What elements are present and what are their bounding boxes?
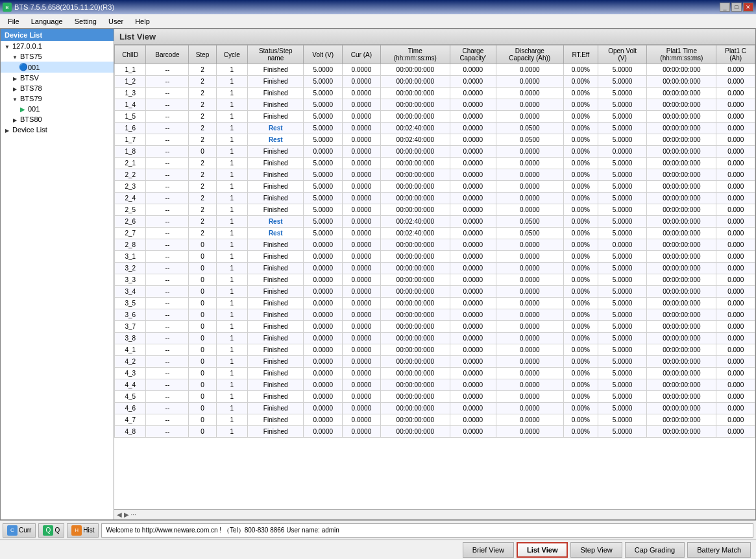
sidebar-item-ip[interactable]: 127.0.0.1 xyxy=(1,41,114,51)
table-cell: 5.0000 xyxy=(598,64,646,76)
maximize-button[interactable]: □ xyxy=(731,3,742,12)
table-row[interactable]: 1_1--21Finished5.00000.000000:00:00:0000… xyxy=(115,64,755,76)
sidebar-item-001-bts75[interactable]: 🔵 001 xyxy=(1,62,114,73)
table-cell: 0 xyxy=(189,321,216,333)
sidebar-item-bts80[interactable]: BTS80 xyxy=(1,114,114,125)
table-row[interactable]: 3_7--01Finished0.00000.000000:00:00:0000… xyxy=(115,321,755,333)
table-row[interactable]: 4_6--01Finished0.00000.000000:00:00:0000… xyxy=(115,403,755,414)
table-row[interactable]: 3_6--01Finished0.00000.000000:00:00:0000… xyxy=(115,309,755,321)
table-row[interactable]: 1_7--21Rest5.00000.000000:02:40:0000.000… xyxy=(115,134,755,146)
table-cell: 0.00% xyxy=(563,204,598,216)
close-button[interactable]: ✕ xyxy=(743,3,753,12)
table-cell: 0.0000 xyxy=(343,344,381,356)
table-cell: 0.0000 xyxy=(496,158,563,169)
cap-grading-button[interactable]: Cap Grading xyxy=(625,542,685,558)
curr-button[interactable]: C Curr xyxy=(3,523,36,538)
table-row[interactable]: 2_1--21Finished5.00000.000000:00:00:0000… xyxy=(115,158,755,169)
table-cell: 0.0000 xyxy=(450,391,496,403)
sidebar-item-device-list[interactable]: Device List xyxy=(1,125,114,135)
table-row[interactable]: 2_5--21Finished5.00000.000000:00:00:0000… xyxy=(115,204,755,216)
table-row[interactable]: 2_7--21Rest5.00000.000000:02:40:0000.000… xyxy=(115,228,755,239)
table-cell: -- xyxy=(146,111,189,123)
table-cell: 1 xyxy=(216,414,247,426)
sidebar-item-bts78[interactable]: BTS78 xyxy=(1,83,114,93)
table-row[interactable]: 1_5--21Finished5.00000.000000:00:00:0000… xyxy=(115,111,755,123)
table-cell: 0.0000 xyxy=(450,333,496,344)
table-row[interactable]: 1_6--21Rest5.00000.000000:02:40:0000.000… xyxy=(115,123,755,134)
table-cell: 1_6 xyxy=(115,123,146,134)
sidebar-item-bts79[interactable]: BTS79 xyxy=(1,93,114,104)
q-button[interactable]: Q Q xyxy=(38,523,64,538)
menu-file[interactable]: File xyxy=(3,16,25,27)
sidebar-item-btsv[interactable]: BTSV xyxy=(1,73,114,83)
table-cell: 4_8 xyxy=(115,426,146,438)
table-row[interactable]: 4_8--01Finished0.00000.000000:00:00:0000… xyxy=(115,426,755,438)
table-row[interactable]: 1_2--21Finished5.00000.000000:00:00:0000… xyxy=(115,76,755,88)
table-cell: 0.0000 xyxy=(304,333,343,344)
menu-language[interactable]: Language xyxy=(26,16,68,27)
table-container[interactable]: ChlID Barcode Step Cycle Status/Stepname… xyxy=(114,45,755,509)
table-row[interactable]: 1_4--21Finished5.00000.000000:00:00:0000… xyxy=(115,99,755,111)
table-cell: 0.0000 xyxy=(496,403,563,414)
table-cell: 1_8 xyxy=(115,146,146,158)
table-row[interactable]: 3_8--01Finished0.00000.000000:00:00:0000… xyxy=(115,333,755,344)
table-cell: 0.0000 xyxy=(496,204,563,216)
table-row[interactable]: 2_4--21Finished5.00000.000000:00:00:0000… xyxy=(115,193,755,204)
table-row[interactable]: 1_8--01Finished0.00000.000000:00:00:0000… xyxy=(115,146,755,158)
brief-view-button[interactable]: Brief View xyxy=(463,542,514,558)
table-cell: 0.0000 xyxy=(343,158,381,169)
table-row[interactable]: 2_6--21Rest5.00000.000000:02:40:0000.000… xyxy=(115,216,755,228)
table-cell: 0.0000 xyxy=(450,379,496,391)
table-row[interactable]: 4_1--01Finished0.00000.000000:00:00:0000… xyxy=(115,344,755,356)
table-row[interactable]: 3_2--01Finished0.00000.000000:00:00:0000… xyxy=(115,263,755,274)
table-cell: 0.0000 xyxy=(343,414,381,426)
menu-help[interactable]: Help xyxy=(130,16,155,27)
table-row[interactable]: 3_5--01Finished0.00000.000000:00:00:0000… xyxy=(115,298,755,309)
table-cell: Finished xyxy=(247,321,304,333)
table-cell: -- xyxy=(146,403,189,414)
table-cell: 2_3 xyxy=(115,181,146,193)
001-bts79-label: 001 xyxy=(28,105,40,113)
table-cell: 0 xyxy=(189,309,216,321)
table-row[interactable]: 4_7--01Finished0.00000.000000:00:00:0000… xyxy=(115,414,755,426)
table-cell: 0.0000 xyxy=(450,99,496,111)
table-cell: Finished xyxy=(247,391,304,403)
table-row[interactable]: 3_3--01Finished0.00000.000000:00:00:0000… xyxy=(115,274,755,286)
menu-user[interactable]: User xyxy=(103,16,128,27)
table-cell: 0.000 xyxy=(716,134,755,146)
table-row[interactable]: 4_4--01Finished0.00000.000000:00:00:0000… xyxy=(115,379,755,391)
table-cell: 1 xyxy=(216,111,247,123)
table-row[interactable]: 2_3--21Finished5.00000.000000:00:00:0000… xyxy=(115,181,755,193)
col-discharge-cap: DischargeCapacity (Ah)) xyxy=(496,45,563,64)
step-view-button[interactable]: Step View xyxy=(570,542,622,558)
sidebar-item-001-bts79[interactable]: ▶ 001 xyxy=(1,104,114,114)
table-row[interactable]: 4_3--01Finished0.00000.000000:00:00:0000… xyxy=(115,368,755,379)
table-row[interactable]: 4_2--01Finished0.00000.000000:00:00:0000… xyxy=(115,356,755,368)
hist-button[interactable]: H Hist xyxy=(67,523,99,538)
bts75-label: BTS75 xyxy=(20,53,42,60)
table-row[interactable]: 4_5--01Finished0.00000.000000:00:00:0000… xyxy=(115,391,755,403)
minimize-button[interactable]: _ xyxy=(720,3,730,12)
col-open-volt: Open Volt(V) xyxy=(598,45,646,64)
table-row[interactable]: 2_2--21Finished5.00000.000000:00:00:0000… xyxy=(115,169,755,181)
hscroll-area[interactable]: ◀ ▶ ··· xyxy=(114,509,755,519)
sidebar-item-bts75[interactable]: BTS75 xyxy=(1,51,114,62)
table-row[interactable]: 1_3--21Finished5.00000.000000:00:00:0000… xyxy=(115,88,755,99)
table-row[interactable]: 2_8--01Finished0.00000.000000:00:00:0000… xyxy=(115,239,755,251)
table-row[interactable]: 3_4--01Finished0.00000.000000:00:00:0000… xyxy=(115,286,755,298)
table-cell: 4_5 xyxy=(115,391,146,403)
table-cell: 4_1 xyxy=(115,344,146,356)
table-cell: 0.00% xyxy=(563,344,598,356)
table-cell: Finished xyxy=(247,309,304,321)
table-cell: 0.0000 xyxy=(343,403,381,414)
table-cell: 0.000 xyxy=(716,216,755,228)
list-view-button[interactable]: List View xyxy=(517,542,568,558)
table-row[interactable]: 3_1--01Finished0.00000.000000:00:00:0000… xyxy=(115,251,755,263)
table-cell: 5.0000 xyxy=(598,379,646,391)
menu-setting[interactable]: Setting xyxy=(69,16,102,27)
table-cell: 0.0000 xyxy=(496,321,563,333)
table-cell: 0.000 xyxy=(716,379,755,391)
table-cell: 0.0000 xyxy=(343,239,381,251)
battery-match-button[interactable]: Battery Match xyxy=(687,542,751,558)
table-cell: 1_2 xyxy=(115,76,146,88)
